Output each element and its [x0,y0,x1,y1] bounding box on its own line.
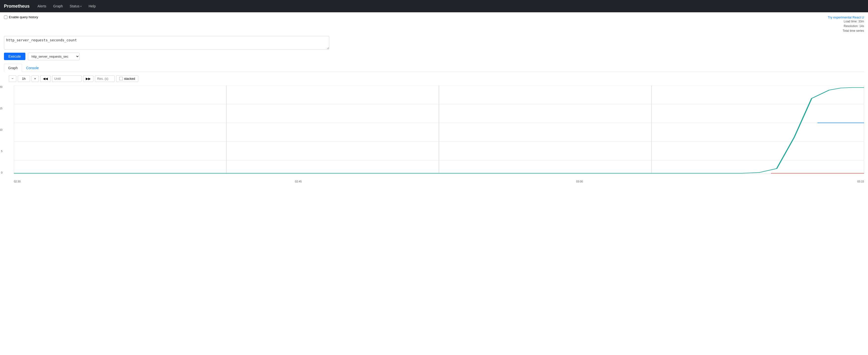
dropdown-arrow-icon: ▾ [80,5,82,8]
nav-graph[interactable]: Graph [50,2,66,10]
zoom-out-button[interactable]: − [9,75,16,82]
nav-status[interactable]: Status ▾ [67,2,85,10]
load-info: Load time: 33m Resolution: 14s Total tim… [828,19,864,34]
time-back-button[interactable]: ◀◀ [40,75,51,82]
enable-query-history-label[interactable]: Enable query history [4,15,38,19]
tab-graph[interactable]: Graph [4,64,22,72]
y-axis-labels: 20 15 10 5 0 [0,85,2,179]
enable-query-history-checkbox[interactable] [4,15,7,19]
y-label-20: 20 [0,85,2,88]
time-forward-button[interactable]: ▶▶ [83,75,93,82]
y-label-0: 0 [0,171,2,174]
total-series: Total time series [828,29,864,33]
navbar-brand[interactable]: Prometheus [4,4,30,9]
y-label-15: 15 [0,107,2,110]
graph-svg [14,85,864,179]
x-axis-labels: 02:30 02:45 03:00 03:15 [4,180,864,183]
y-label-10: 10 [0,128,2,131]
y-label-5: 5 [0,150,2,153]
query-container: http_server_requests_seconds_count [4,36,864,50]
resolution: Resolution: 14s [828,24,864,29]
zoom-in-button[interactable]: + [32,75,39,82]
nav-help[interactable]: Help [86,2,99,10]
stacked-checkbox-icon [119,77,123,80]
metric-select[interactable]: http_server_requests_sec [28,53,80,60]
query-input[interactable]: http_server_requests_seconds_count [4,36,329,49]
time-range-input[interactable] [18,75,30,82]
resolution-input[interactable] [95,75,115,82]
tab-console[interactable]: Console [22,64,43,72]
stacked-label: stacked [124,77,135,80]
nav-alerts[interactable]: Alerts [34,2,49,10]
stacked-button[interactable]: stacked [116,75,138,82]
top-bar: Enable query history Try experimental Re… [4,15,864,34]
load-time: Load time: 33m [828,19,864,24]
main-content: Enable query history Try experimental Re… [0,12,868,186]
react-ui-link[interactable]: Try experimental React U [828,15,864,19]
graph-controls: − + ◀◀ ▶▶ stacked [4,75,864,82]
x-label-0245: 02:45 [295,180,302,183]
navbar: Prometheus Alerts Graph Status ▾ Help [0,0,868,12]
x-label-0230: 02:30 [14,180,21,183]
x-label-0315: 03:15 [857,180,864,183]
tab-bar: Graph Console [4,64,864,72]
execute-button[interactable]: Execute [4,53,25,60]
execute-bar: Execute http_server_requests_sec [4,53,864,60]
graph-area: 20 15 10 5 0 [4,85,864,179]
time-until-input[interactable] [52,75,82,82]
x-label-0300: 03:00 [576,180,583,183]
